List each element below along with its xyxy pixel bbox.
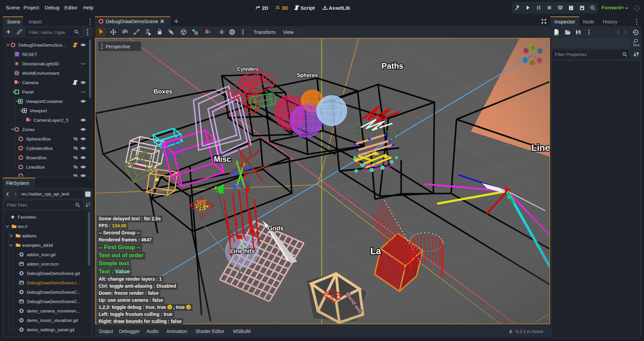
svg-text:demo_music_visualizer.gd: demo_music_visualizer.gd <box>27 318 78 323</box>
svg-text:BoxesBox: BoxesBox <box>26 155 47 160</box>
svg-text:CameraLayer2_5: CameraLayer2_5 <box>34 118 68 123</box>
svg-text:Favorites:: Favorites: <box>18 215 37 220</box>
svg-text:%: % <box>73 164 78 170</box>
svg-text:%: % <box>73 173 78 177</box>
svg-text:CylindersBox: CylindersBox <box>26 146 53 151</box>
svg-text:addon_icon.gd: addon_icon.gd <box>27 252 55 257</box>
svg-text:Zones: Zones <box>22 127 35 132</box>
svg-text:DebugDrawDemoSceneC...: DebugDrawDemoSceneC... <box>27 290 80 295</box>
svg-text:RESET: RESET <box>22 52 37 57</box>
svg-text:Viewport: Viewport <box>30 108 47 113</box>
svg-text:addon_icon.tscn: addon_icon.tscn <box>27 262 59 267</box>
svg-text:DebugDrawDemoSce...: DebugDrawDemoSce... <box>18 43 66 48</box>
svg-text:demo_camera_movemen...: demo_camera_movemen... <box>27 308 80 314</box>
svg-text:%: % <box>73 136 78 141</box>
svg-text:Panel: Panel <box>22 90 34 95</box>
svg-text:addons: addons <box>22 233 37 238</box>
svg-text:examples_dd3d: examples_dd3d <box>22 243 53 248</box>
svg-text:DOC: DOC <box>633 44 640 47</box>
svg-text:SpheresBox: SpheresBox <box>26 136 51 141</box>
svg-text:DebugDrawDemoScene.gd: DebugDrawDemoScene.gd <box>27 271 80 276</box>
svg-text:res://: res:// <box>18 224 28 229</box>
svg-text:Camera: Camera <box>22 80 39 85</box>
svg-text:DebugDrawDemoScene.t...: DebugDrawDemoScene.t... <box>27 280 80 285</box>
svg-text:demo_settings_panel.gd: demo_settings_panel.gd <box>27 327 74 332</box>
svg-text:DebugDrawDemoSceneC...: DebugDrawDemoSceneC... <box>27 299 80 304</box>
svg-text:ViewportContainer: ViewportContainer <box>26 99 63 104</box>
svg-text:LinesBox: LinesBox <box>26 165 45 170</box>
svg-text:DirectionalLight3D: DirectionalLight3D <box>22 61 59 66</box>
svg-text:%: % <box>73 146 78 151</box>
svg-text:WorldEnvironment: WorldEnvironment <box>22 71 59 76</box>
svg-text:%: % <box>73 155 78 160</box>
